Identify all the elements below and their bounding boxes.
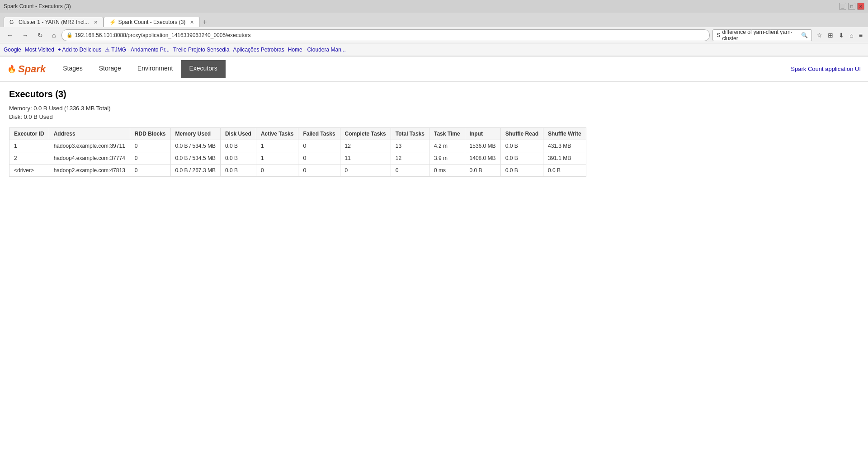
title-bar: Spark Count - Executors (3) _ □ ✕: [0, 0, 868, 13]
row-0-address: hadoop3.example.com:39711: [49, 140, 130, 152]
table-row: 2hadoop4.example.com:3777400.0 B / 534.5…: [9, 152, 586, 164]
home-nav-icon[interactable]: ⌂: [848, 31, 855, 40]
search-text: difference of yarn-client yarn-cluster: [722, 29, 799, 42]
settings-icon[interactable]: ≡: [857, 31, 864, 40]
tab-2[interactable]: ⚡ Spark Count - Executors (3) ✕: [104, 17, 200, 27]
page-title: Executors (3): [9, 89, 859, 99]
spark-nav: Stages Storage Environment Executors: [55, 60, 225, 78]
row-2-failed-tasks: 0: [298, 164, 340, 177]
home-button[interactable]: ⌂: [49, 30, 59, 41]
col-header-active-tasks: Active Tasks: [256, 128, 298, 140]
table-row: <driver>hadoop2.example.com:4781300.0 B …: [9, 164, 586, 177]
col-header-shuffle-write: Shuffle Write: [543, 128, 586, 140]
app-title: Spark Count application UI: [791, 66, 861, 72]
executors-table: Executor ID Address RDD Blocks Memory Us…: [9, 127, 586, 177]
bookmark-most-visited[interactable]: Most Visited: [25, 47, 54, 53]
row-2-memory-used: 0.0 B / 267.3 MB: [170, 164, 220, 177]
app-title-suffix: application UI: [824, 66, 861, 72]
row-0-shuffle-read: 0.0 B: [500, 140, 543, 152]
col-header-input: Input: [465, 128, 500, 140]
forward-button[interactable]: →: [19, 30, 32, 41]
bookmark-tjmg[interactable]: ⚠ TJMG - Andamento Pr...: [105, 47, 170, 53]
bookmark-cloudera[interactable]: Home - Cloudera Man...: [288, 47, 346, 53]
row-2-executor-id: <driver>: [9, 164, 49, 177]
row-0-disk-used: 0.0 B: [220, 140, 256, 152]
back-button[interactable]: ←: [4, 30, 16, 41]
nav-icons: ☆ ⊞ ⬇ ⌂ ≡: [815, 31, 864, 40]
row-1-disk-used: 0.0 B: [220, 152, 256, 164]
row-2-active-tasks: 0: [256, 164, 298, 177]
main-content: Executors (3) Memory: 0.0 B Used (1336.3…: [0, 82, 868, 184]
memory-info: Memory: 0.0 B Used (1336.3 MB Total): [9, 105, 859, 112]
history-icon[interactable]: ⊞: [826, 31, 835, 40]
row-0-input: 1536.0 MB: [465, 140, 500, 152]
search-icon[interactable]: 🔍: [801, 32, 808, 38]
title-bar-text: Spark Count - Executors (3): [4, 3, 836, 9]
row-1-memory-used: 0.0 B / 534.5 MB: [170, 152, 220, 164]
row-1-rdd-blocks: 0: [130, 152, 170, 164]
nav-stages[interactable]: Stages: [55, 60, 91, 78]
bookmark-google[interactable]: Google: [4, 47, 21, 53]
tab2-label: Spark Count - Executors (3): [118, 19, 186, 25]
row-0-rdd-blocks: 0: [130, 140, 170, 152]
minimize-button[interactable]: _: [839, 3, 846, 10]
title-bar-controls: _ □ ✕: [839, 3, 864, 10]
row-1-executor-id: 2: [9, 152, 49, 164]
tab2-favicon: ⚡: [109, 19, 116, 25]
downloads-icon[interactable]: ⬇: [837, 31, 846, 40]
row-2-total-tasks: 0: [391, 164, 429, 177]
app-title-name: Spark Count: [791, 66, 823, 72]
row-1-total-tasks: 12: [391, 152, 429, 164]
row-2-disk-used: 0.0 B: [220, 164, 256, 177]
row-1-shuffle-write: 391.1 MB: [543, 152, 586, 164]
maximize-button[interactable]: □: [848, 3, 855, 10]
nav-bar: ← → ↻ ⌂ 🔒 192.168.56.101:8088/proxy/appl…: [0, 27, 868, 43]
row-2-complete-tasks: 0: [340, 164, 391, 177]
tab-1[interactable]: G Cluster 1 - YARN (MR2 Incl... ✕: [4, 17, 104, 27]
nav-executors[interactable]: Executors: [181, 60, 225, 78]
row-0-shuffle-write: 431.3 MB: [543, 140, 586, 152]
reload-button[interactable]: ↻: [34, 30, 46, 41]
row-1-input: 1408.0 MB: [465, 152, 500, 164]
search-bar[interactable]: S difference of yarn-client yarn-cluster…: [712, 29, 812, 41]
tab2-close[interactable]: ✕: [190, 19, 194, 25]
tab1-favicon: G: [9, 19, 16, 25]
row-0-memory-used: 0.0 B / 534.5 MB: [170, 140, 220, 152]
spark-logo-text: Spark: [18, 63, 46, 75]
bookmark-trello[interactable]: Trello Projeto Sensedia: [173, 47, 229, 53]
row-1-shuffle-read: 0.0 B: [500, 152, 543, 164]
spark-header: 🔥 Spark Stages Storage Environment Execu…: [0, 56, 868, 82]
address-bar[interactable]: 🔒 192.168.56.101:8088/proxy/application_…: [61, 29, 710, 41]
row-1-active-tasks: 1: [256, 152, 298, 164]
row-0-executor-id: 1: [9, 140, 49, 152]
table-row: 1hadoop3.example.com:3971100.0 B / 534.5…: [9, 140, 586, 152]
bookmark-petrobras[interactable]: Aplicações Petrobras: [233, 47, 284, 53]
row-1-failed-tasks: 0: [298, 152, 340, 164]
close-button[interactable]: ✕: [857, 3, 864, 10]
row-2-shuffle-read: 0.0 B: [500, 164, 543, 177]
row-1-task-time: 3.9 m: [429, 152, 465, 164]
col-header-shuffle-read: Shuffle Read: [500, 128, 543, 140]
col-header-task-time: Task Time: [429, 128, 465, 140]
bookmark-delicious[interactable]: + Add to Delicious: [58, 47, 101, 53]
search-engine-icon: S: [717, 32, 720, 38]
new-tab-button[interactable]: +: [200, 17, 209, 27]
row-0-active-tasks: 1: [256, 140, 298, 152]
bookmarks-icon[interactable]: ☆: [815, 31, 824, 40]
col-header-address: Address: [49, 128, 130, 140]
nav-environment[interactable]: Environment: [129, 60, 181, 78]
row-1-address: hadoop4.example.com:37774: [49, 152, 130, 164]
tab-bar: G Cluster 1 - YARN (MR2 Incl... ✕ ⚡ Spar…: [0, 13, 868, 27]
nav-storage[interactable]: Storage: [91, 60, 129, 78]
spark-flame-icon: 🔥: [7, 65, 16, 73]
address-url: 192.168.56.101:8088/proxy/application_14…: [75, 32, 705, 38]
row-2-address: hadoop2.example.com:47813: [49, 164, 130, 177]
row-0-total-tasks: 13: [391, 140, 429, 152]
row-0-task-time: 4.2 m: [429, 140, 465, 152]
row-2-rdd-blocks: 0: [130, 164, 170, 177]
spark-logo: 🔥 Spark: [7, 63, 46, 75]
col-header-executor-id: Executor ID: [9, 128, 49, 140]
tab1-label: Cluster 1 - YARN (MR2 Incl...: [19, 19, 89, 25]
browser-chrome: Spark Count - Executors (3) _ □ ✕ G Clus…: [0, 0, 868, 56]
tab1-close[interactable]: ✕: [94, 19, 98, 25]
